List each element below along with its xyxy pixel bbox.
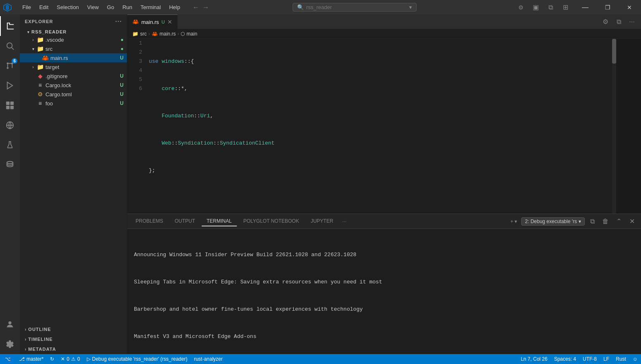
tree-src[interactable]: ▾ 📁 src ● — [20, 44, 127, 53]
tab-mainrs[interactable]: 🦀 main.rs U ✕ — [127, 14, 178, 29]
tree-gitignore[interactable]: ◆ .gitignore U — [20, 71, 127, 81]
terminal-content[interactable]: Announcing Windows 11 Insider Preview Bu… — [127, 229, 641, 354]
new-terminal-btn[interactable]: + ▾ — [508, 218, 519, 225]
cargolock-label: Cargo.lock — [45, 82, 120, 88]
search-dropdown-icon[interactable]: ▾ — [409, 4, 412, 10]
maximize-btn[interactable]: ❐ — [599, 0, 616, 14]
tree-cargotoml[interactable]: ⚙ Cargo.toml U — [20, 90, 127, 99]
more-actions-btn[interactable]: ··· — [626, 16, 638, 28]
tree-mainrs[interactable]: 🦀 main.rs U — [20, 53, 127, 62]
titlebar: File Edit Selection View Go Run Terminal… — [0, 0, 641, 14]
activity-database[interactable] — [0, 155, 20, 175]
panel-more-btn[interactable]: ··· — [340, 218, 349, 225]
menu-view[interactable]: View — [83, 2, 103, 12]
nav-forward-icon[interactable]: → — [203, 4, 209, 11]
customize-layout-btn[interactable]: ⊞ — [560, 2, 571, 13]
search-input[interactable] — [306, 4, 397, 10]
activity-settings[interactable] — [0, 334, 20, 354]
title-search[interactable]: 🔍 ▾ — [293, 3, 417, 12]
status-feedback[interactable]: ☺ — [629, 354, 641, 364]
foo-icon: ≡ — [36, 100, 44, 107]
nav-back-icon[interactable]: ← — [193, 4, 199, 11]
editor-area: 🦀 main.rs U ✕ ⚙ ⧉ ··· 📁 src › 🦀 main.rs — [127, 14, 641, 354]
breadcrumb-src-label: src — [140, 31, 147, 37]
src-label: src — [45, 46, 121, 52]
status-analyzer[interactable]: rust-analyzer — [191, 354, 226, 364]
menu-selection[interactable]: Selection — [52, 2, 83, 12]
menu-help[interactable]: Help — [165, 2, 184, 12]
split-terminal-btn[interactable]: ⧉ — [586, 216, 598, 227]
tree-foo[interactable]: ≡ foo U — [20, 99, 127, 108]
tab-mainrs-icon: 🦀 — [132, 19, 139, 25]
status-remote[interactable]: ⌥ — [0, 354, 16, 364]
panel-btn[interactable]: ⧉ — [545, 2, 556, 13]
menu-go[interactable]: Go — [103, 2, 118, 12]
project-root[interactable]: ▾ RSS_READER — [20, 29, 127, 35]
breadcrumb-symbol[interactable]: ⬡ main — [181, 31, 197, 37]
timeline-section[interactable]: › TIMELINE — [20, 334, 127, 344]
tab-output[interactable]: OUTPUT — [170, 216, 200, 226]
svg-point-4 — [7, 67, 9, 69]
metadata-label: METADATA — [28, 347, 56, 352]
close-panel-btn[interactable]: ✕ — [626, 216, 638, 227]
activity-remote[interactable] — [0, 115, 20, 135]
status-bar: ⌥ ⎇ master* ↻ ✕ 0 ⚠ 0 ▷ Debug executable… — [0, 354, 641, 364]
breadcrumb-src[interactable]: 📁 src — [132, 31, 147, 37]
activity-flask[interactable] — [0, 135, 20, 155]
menu-file[interactable]: File — [18, 2, 35, 12]
status-sync[interactable]: ↻ — [47, 354, 57, 364]
activity-debug[interactable] — [0, 76, 20, 95]
tab-jupyter[interactable]: JUPYTER — [306, 216, 338, 226]
outline-section[interactable]: › OUTLINE — [20, 324, 127, 334]
metadata-section[interactable]: › METADATA — [20, 344, 127, 354]
terminal-selector[interactable]: 2: Debug executable 'rs ▾ — [521, 217, 585, 226]
breadcrumb-symbol-icon: ⬡ — [181, 31, 185, 37]
branch-name: master* — [26, 356, 43, 362]
tab-polyglot[interactable]: POLYGLOT NOTEBOOK — [238, 216, 304, 226]
scrollbar-thumb[interactable] — [612, 39, 616, 64]
activity-search[interactable] — [0, 36, 20, 56]
source-control-badge: 6 — [12, 58, 17, 64]
status-line-ending[interactable]: LF — [600, 354, 612, 364]
minimap — [616, 39, 641, 214]
split-editor-btn[interactable]: ⚙ — [515, 2, 527, 13]
menu-terminal[interactable]: Terminal — [136, 2, 165, 12]
tab-terminal[interactable]: TERMINAL — [202, 216, 237, 226]
tree-vscode[interactable]: › 📁 .vscode ● — [20, 35, 127, 44]
explorer-more-btn[interactable]: ··· — [115, 18, 122, 25]
layout-btn[interactable]: ▣ — [530, 2, 541, 13]
tree-cargolock[interactable]: ≡ Cargo.lock U — [20, 81, 127, 90]
menu-edit[interactable]: Edit — [35, 2, 52, 12]
kill-terminal-btn[interactable]: 🗑 — [600, 216, 611, 227]
code-content[interactable]: use windows::{ core::*, Foundation::Uri,… — [147, 39, 616, 214]
status-language[interactable]: Rust — [612, 354, 629, 364]
status-cursor[interactable]: Ln 7, Col 26 — [517, 354, 551, 364]
open-changes-btn[interactable]: ⚙ — [600, 16, 611, 28]
status-encoding[interactable]: UTF-8 — [579, 354, 600, 364]
outline-label: OUTLINE — [28, 327, 51, 332]
status-branch[interactable]: ⎇ master* — [16, 354, 47, 364]
line-ending-label: LF — [603, 356, 609, 362]
split-editor-right-btn[interactable]: ⧉ — [613, 16, 624, 28]
timeline-arrow: › — [25, 337, 26, 342]
menu-run[interactable]: Run — [118, 2, 136, 12]
code-editor[interactable]: 1 2 3 4 5 6 use windows::{ core::*, Foun… — [127, 39, 641, 214]
tab-mainrs-close[interactable]: ✕ — [167, 19, 172, 25]
breadcrumb-file[interactable]: 🦀 main.rs — [152, 31, 176, 37]
activity-accounts[interactable] — [0, 314, 20, 334]
activity-explorer[interactable] — [0, 16, 20, 36]
status-spaces[interactable]: Spaces: 4 — [551, 354, 579, 364]
maximize-panel-btn[interactable]: ⌃ — [613, 216, 624, 227]
line-numbers: 1 2 3 4 5 6 — [127, 39, 147, 214]
activity-source-control[interactable]: 6 — [0, 56, 20, 76]
svg-line-1 — [12, 48, 14, 50]
minimize-btn[interactable]: — — [576, 0, 594, 14]
terminal-line-3: Barbershop and hotel owner fine-tunes lo… — [134, 305, 634, 314]
tab-problems[interactable]: PROBLEMS — [131, 216, 168, 226]
status-debug[interactable]: ▷ Debug executable 'rss_reader' (rss_rea… — [83, 354, 191, 364]
status-errors[interactable]: ✕ 0 ⚠ 0 — [57, 354, 83, 364]
tree-target[interactable]: › 📁 target — [20, 62, 127, 71]
terminal-line-2: Sleeping Tabs in Microsoft Edge: Saving … — [134, 278, 634, 287]
close-btn[interactable]: ✕ — [621, 0, 638, 14]
activity-extensions[interactable] — [0, 95, 20, 115]
